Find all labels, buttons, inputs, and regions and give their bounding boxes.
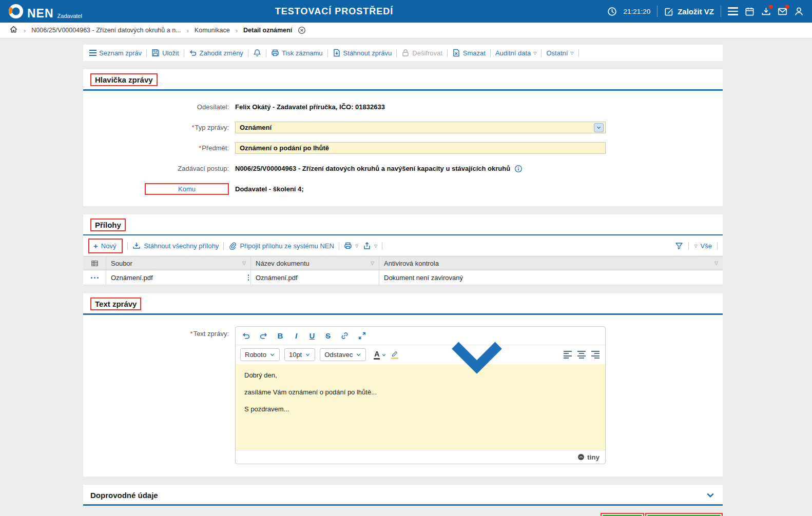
recipient-button[interactable]: Komu — [145, 183, 229, 195]
link-icon[interactable] — [340, 331, 349, 340]
sort-icon[interactable]: ▽ — [371, 261, 374, 266]
bold-button[interactable]: B — [277, 331, 284, 340]
align-right-button[interactable] — [591, 351, 600, 359]
message-list-button[interactable]: Seznam zpráv — [89, 49, 142, 57]
subject-input[interactable]: Oznámení o podání po lhůtě — [235, 142, 606, 154]
download-all-attachments-label: Stáhnout všechny přílohy — [144, 242, 219, 250]
font-size-select[interactable]: 10pt — [284, 348, 315, 361]
table-row[interactable]: Oznámení.pdf Oznámení.pdf Dokument není … — [83, 270, 723, 285]
additional-data-section: Doprovodné údaje — [83, 485, 723, 506]
redo-icon[interactable] — [259, 331, 268, 340]
attach-from-nen-label: Připojit přílohu ze systému NEN — [240, 242, 334, 250]
drag-handle-icon[interactable] — [248, 274, 249, 281]
new-attachment-button[interactable]: + Nový — [88, 239, 123, 253]
chevron-down-icon — [381, 352, 386, 358]
breadcrumb-item-procedure[interactable]: N006/25/V00004963 - Zřízení datových okr… — [31, 27, 181, 34]
font-family-select[interactable]: Roboto — [240, 348, 280, 361]
save-icon — [151, 49, 160, 57]
calendar-icon[interactable] — [745, 7, 755, 16]
breadcrumb-item-current: Detail oznámení — [243, 27, 292, 34]
cell-doc-name[interactable]: Oznámení.pdf — [251, 270, 379, 285]
funnel-icon — [675, 242, 683, 250]
message-text-label: *Text zprávy: — [83, 326, 235, 338]
block-format-select[interactable]: Odstavec — [320, 348, 366, 361]
info-icon[interactable] — [514, 165, 523, 173]
align-center-button[interactable] — [577, 351, 586, 359]
additional-data-header[interactable]: Doprovodné údaje — [83, 485, 723, 506]
logo-text: NEN — [27, 9, 54, 19]
row-menu-button[interactable] — [83, 270, 106, 285]
discard-changes-label: Zahodit změny — [200, 49, 243, 57]
export-attachments-button[interactable]: ▽ — [363, 242, 377, 250]
toolbar-separator — [578, 49, 579, 57]
font-size-value: 10pt — [289, 351, 302, 359]
undo-icon[interactable] — [242, 331, 250, 340]
section-title: Hlavička zprávy — [95, 75, 153, 84]
toolbar-separator — [382, 242, 382, 250]
fullscreen-icon[interactable] — [358, 331, 366, 340]
create-vz-button[interactable]: Založit VZ — [664, 7, 714, 16]
list-icon — [89, 50, 96, 56]
caret-down-icon: ▽ — [374, 244, 377, 248]
toolbar-separator — [248, 49, 248, 57]
select-column-header[interactable] — [83, 256, 106, 270]
command-toolbar: Seznam zpráv Uložit Zahodit změny Tisk z… — [83, 45, 723, 61]
other-button[interactable]: Ostatní ▽ — [546, 49, 573, 57]
print-record-button[interactable]: Tisk záznamu — [271, 49, 323, 57]
message-type-row: *Typ zprávy: Oznámení — [83, 122, 723, 133]
column-header-doc-name[interactable]: Název dokumentu ▽ — [251, 256, 379, 270]
sender-label: Odesílatel: — [83, 103, 235, 111]
document-delete-icon — [452, 49, 460, 57]
required-mark: * — [190, 330, 193, 338]
sender-value: Felix Okátý - Zadavatel příručka, IČO: 0… — [235, 103, 385, 111]
highlight-color-button[interactable] — [391, 326, 554, 393]
expand-chevron-icon[interactable] — [705, 490, 716, 500]
align-justify-button[interactable] — [605, 351, 606, 359]
align-left-button[interactable] — [564, 351, 572, 359]
message-type-value: Oznámení — [240, 124, 594, 131]
plus-icon: + — [93, 242, 98, 250]
caret-down-icon: ▽ — [694, 244, 697, 248]
save-button[interactable]: Uložit — [151, 49, 179, 57]
caret-down-icon: ▽ — [355, 244, 358, 248]
app-logo[interactable]: NEN Zadavatel — [8, 4, 82, 19]
messages-icon[interactable] — [778, 7, 787, 16]
toolbar-separator — [541, 49, 542, 57]
notifications-button[interactable] — [253, 49, 261, 57]
download-message-button[interactable]: Stáhnout zprávu — [333, 49, 392, 57]
italic-button[interactable]: I — [293, 331, 300, 340]
audit-data-button[interactable]: Auditní data ▽ — [495, 49, 537, 57]
column-header-antivirus[interactable]: Antivirová kontrola ▽ — [379, 256, 723, 270]
sort-icon[interactable]: ▽ — [242, 261, 246, 266]
underline-button[interactable]: U — [308, 331, 316, 340]
filter-all-button[interactable]: ▽ Vše — [694, 242, 712, 250]
section-title: Text zprávy — [95, 300, 137, 308]
dropdown-button[interactable] — [594, 123, 604, 132]
menu-icon[interactable] — [728, 7, 738, 15]
caret-down-icon: ▽ — [570, 51, 573, 55]
download-all-attachments-button[interactable]: Stáhnout všechny přílohy — [132, 242, 219, 250]
close-tab-icon[interactable] — [298, 26, 306, 34]
strikethrough-button[interactable]: S — [324, 331, 332, 340]
cell-antivirus: Dokument není zavirovaný — [379, 270, 723, 285]
column-header-file[interactable]: Soubor ▽ — [106, 256, 251, 270]
attach-from-nen-button[interactable]: Připojit přílohu ze systému NEN — [228, 242, 334, 250]
discard-changes-button[interactable]: Zahodit změny — [189, 49, 243, 57]
breadcrumb: › N006/25/V00004963 - Zřízení datových o… — [0, 23, 812, 38]
toolbar-separator — [339, 242, 339, 250]
delete-button[interactable]: Smazat — [452, 49, 486, 57]
filter-button[interactable] — [675, 242, 683, 250]
sort-icon[interactable]: ▽ — [714, 261, 718, 266]
print-attachments-button[interactable]: ▽ — [344, 242, 358, 250]
required-mark: * — [199, 144, 201, 152]
breadcrumb-item-communication[interactable]: Komunikace — [195, 27, 230, 34]
text-color-button[interactable]: A — [374, 350, 386, 360]
block-format-value: Odstavec — [324, 351, 353, 359]
downloads-icon[interactable] — [761, 7, 771, 16]
message-type-label: *Typ zprávy: — [83, 124, 235, 131]
cell-file[interactable]: Oznámení.pdf — [106, 270, 251, 285]
home-icon[interactable] — [9, 25, 18, 35]
message-type-select[interactable]: Oznámení — [235, 122, 606, 133]
header-separator — [721, 6, 721, 17]
user-icon[interactable] — [794, 7, 804, 16]
